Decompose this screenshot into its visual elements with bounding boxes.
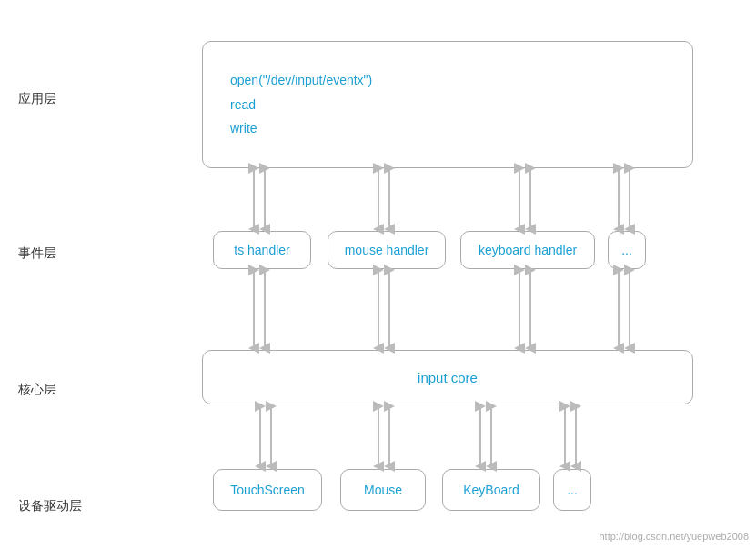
watermark: http://blog.csdn.net/yuepweb2008 — [599, 531, 749, 542]
input-core-label: input core — [418, 370, 478, 385]
device-ellipsis-label: ... — [567, 483, 578, 497]
device-layer-label: 设备驱动层 — [18, 498, 82, 514]
core-layer-label: 核心层 — [18, 382, 56, 398]
app-line2: read — [230, 93, 256, 117]
app-box: open("/dev/input/eventx") read write — [202, 41, 693, 168]
mouse-handler-label: mouse handler — [345, 243, 429, 257]
device-ellipsis-box: ... — [553, 469, 591, 511]
mouse-label: Mouse — [364, 483, 402, 497]
event-layer-label: 事件层 — [18, 245, 56, 262]
keyboard-handler-box: keyboard handler — [460, 231, 595, 269]
touchscreen-box: TouchScreen — [213, 469, 322, 511]
touchscreen-label: TouchScreen — [230, 483, 305, 497]
mouse-handler-box: mouse handler — [328, 231, 446, 269]
event-ellipsis-label: ... — [621, 243, 632, 257]
event-ellipsis-box: ... — [608, 231, 646, 269]
keyboard-handler-label: keyboard handler — [479, 243, 577, 257]
keyboard-box: KeyBoard — [442, 469, 540, 511]
app-layer-label: 应用层 — [18, 91, 56, 107]
ts-handler-box: ts handler — [213, 231, 311, 269]
keyboard-label: KeyBoard — [463, 483, 519, 497]
input-core-box: input core — [202, 350, 693, 404]
app-line3: write — [230, 116, 257, 141]
mouse-box: Mouse — [340, 469, 426, 511]
ts-handler-label: ts handler — [234, 243, 289, 257]
app-line1: open("/dev/input/eventx") — [230, 68, 372, 93]
